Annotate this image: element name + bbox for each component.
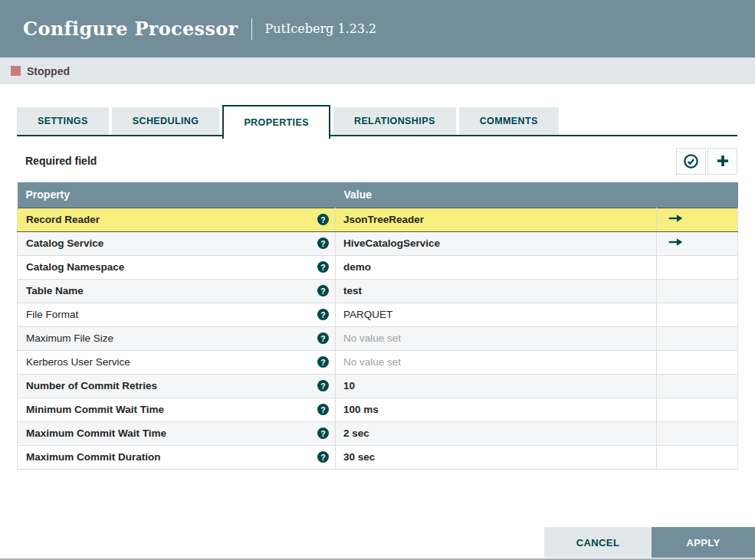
add-property-button[interactable]: [707, 148, 737, 175]
property-value-cell[interactable]: 2 sec: [336, 421, 657, 445]
property-name-cell: Maximum Commit Wait Time?: [18, 421, 336, 445]
property-value: No value set: [343, 332, 401, 344]
property-value-cell[interactable]: 30 sec: [336, 445, 657, 469]
help-icon[interactable]: ?: [317, 214, 329, 225]
help-icon[interactable]: ?: [317, 451, 329, 463]
property-value-cell[interactable]: 100 ms: [336, 398, 657, 421]
goto-service-cell[interactable]: [657, 231, 738, 255]
property-name: Maximum Commit Duration: [26, 451, 317, 463]
help-icon[interactable]: ?: [317, 261, 329, 273]
verify-properties-button[interactable]: [676, 148, 706, 175]
property-value-cell[interactable]: PARQUET: [336, 303, 657, 326]
tab-bar: SETTINGSSCHEDULINGPROPERTIESRELATIONSHIP…: [17, 105, 737, 139]
property-value-cell[interactable]: test: [336, 279, 657, 303]
property-row[interactable]: Table Name?test: [18, 279, 738, 303]
property-name: Number of Commit Retries: [26, 380, 317, 391]
property-row[interactable]: File Format?PARQUET: [18, 303, 738, 326]
property-value-cell[interactable]: No value set: [336, 326, 657, 350]
processor-type-version: PutIceberg 1.23.2: [264, 21, 376, 36]
property-value: 2 sec: [343, 427, 369, 439]
goto-service-arrow-icon[interactable]: [668, 214, 683, 223]
property-row[interactable]: Catalog Namespace?demo: [18, 255, 738, 279]
configure-processor-dialog: Configure Processor PutIceberg 1.23.2 St…: [0, 0, 755, 560]
required-field-label: Required field: [17, 155, 97, 167]
status-bar: Stopped: [0, 57, 755, 84]
property-name-cell: Table Name?: [18, 279, 336, 303]
stopped-status-icon: [11, 66, 21, 76]
property-name-cell: Kerberos User Service?: [18, 350, 336, 374]
property-name-cell: Record Reader?: [18, 208, 336, 231]
tab-comments[interactable]: COMMENTS: [459, 107, 559, 135]
property-row[interactable]: Number of Commit Retries?10: [18, 374, 738, 398]
cancel-button[interactable]: CANCEL: [544, 527, 652, 558]
help-icon[interactable]: ?: [317, 356, 329, 368]
property-row[interactable]: Catalog Service?HiveCatalogService: [18, 231, 738, 255]
goto-service-cell[interactable]: [657, 208, 738, 231]
property-value: JsonTreeReader: [343, 214, 424, 225]
help-icon[interactable]: ?: [317, 427, 329, 439]
dialog-title: Configure Processor: [23, 18, 238, 40]
property-name-cell: Number of Commit Retries?: [18, 374, 336, 398]
goto-service-cell: [657, 374, 738, 398]
property-name-cell: Maximum Commit Duration?: [18, 445, 336, 469]
column-header-value: Value: [336, 182, 738, 208]
property-value: 10: [343, 380, 355, 391]
goto-service-cell: [657, 421, 738, 445]
property-name: Catalog Service: [26, 237, 317, 249]
property-value-cell[interactable]: 10: [336, 374, 657, 398]
property-row[interactable]: Maximum Commit Duration?30 sec: [18, 445, 738, 469]
property-name: Table Name: [26, 285, 317, 296]
help-icon[interactable]: ?: [317, 285, 329, 296]
property-value-cell[interactable]: demo: [336, 255, 657, 279]
property-name-cell: File Format?: [18, 303, 336, 326]
property-name-cell: Catalog Namespace?: [18, 255, 336, 279]
goto-service-cell: [657, 255, 738, 279]
property-value: No value set: [343, 356, 401, 368]
property-value: demo: [343, 261, 371, 273]
status-label: Stopped: [27, 65, 70, 77]
table-header-row: Property Value: [18, 182, 738, 208]
property-value: 30 sec: [343, 451, 375, 463]
help-icon[interactable]: ?: [317, 237, 329, 249]
dialog-content: SETTINGSSCHEDULINGPROPERTIESRELATIONSHIP…: [0, 105, 755, 470]
property-row[interactable]: Kerberos User Service?No value set: [18, 350, 738, 374]
properties-toolbar: Required field: [17, 147, 737, 175]
property-value-cell[interactable]: HiveCatalogService: [336, 231, 657, 255]
goto-service-cell: [657, 303, 738, 326]
property-row[interactable]: Maximum File Size?No value set: [18, 326, 738, 350]
goto-service-cell: [657, 445, 738, 469]
tab-underline: [17, 135, 737, 136]
property-value: test: [343, 285, 362, 296]
tab-properties[interactable]: PROPERTIES: [222, 105, 330, 139]
tab-settings[interactable]: SETTINGS: [17, 107, 109, 135]
property-name-cell: Catalog Service?: [18, 231, 336, 255]
property-name: Minimum Commit Wait Time: [26, 404, 317, 415]
property-value-cell[interactable]: JsonTreeReader: [336, 208, 657, 231]
column-header-property: Property: [18, 182, 336, 208]
goto-service-cell: [657, 279, 738, 303]
property-value-cell[interactable]: No value set: [336, 350, 657, 374]
dialog-header: Configure Processor PutIceberg 1.23.2: [0, 0, 755, 57]
apply-button[interactable]: APPLY: [652, 527, 755, 558]
title-separator: [251, 18, 252, 40]
goto-service-arrow-icon[interactable]: [668, 237, 683, 247]
property-value: HiveCatalogService: [343, 237, 440, 249]
check-circle-icon: [683, 153, 699, 169]
property-row[interactable]: Maximum Commit Wait Time?2 sec: [18, 421, 738, 445]
property-name: Record Reader: [26, 214, 317, 225]
help-icon[interactable]: ?: [317, 380, 329, 391]
property-name-cell: Maximum File Size?: [18, 326, 336, 350]
tab-scheduling[interactable]: SCHEDULING: [112, 107, 220, 135]
property-name: Catalog Namespace: [26, 261, 317, 273]
property-row[interactable]: Minimum Commit Wait Time?100 ms: [18, 398, 738, 421]
goto-service-cell: [657, 398, 738, 421]
property-name: Kerberos User Service: [26, 356, 317, 368]
property-value: 100 ms: [343, 404, 379, 415]
help-icon[interactable]: ?: [317, 404, 329, 415]
property-name: Maximum File Size: [26, 332, 317, 344]
property-row[interactable]: Record Reader?JsonTreeReader: [18, 208, 738, 231]
help-icon[interactable]: ?: [317, 309, 329, 320]
help-icon[interactable]: ?: [317, 332, 329, 344]
tab-relationships[interactable]: RELATIONSHIPS: [333, 107, 456, 135]
property-value: PARQUET: [343, 309, 392, 320]
